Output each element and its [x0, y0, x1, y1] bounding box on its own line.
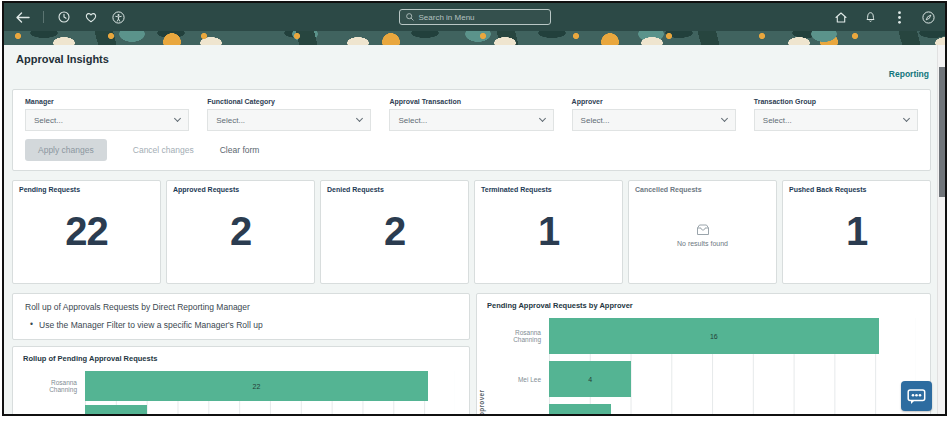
- kpi-pushed-back-requests[interactable]: Pushed Back Requests 1: [782, 180, 931, 284]
- rollup-info-bullet: Use the Manager Filter to view a specifi…: [25, 320, 457, 330]
- filter-grid: Manager Select... Functional Category Se…: [25, 98, 918, 131]
- select-value: Select...: [34, 116, 63, 125]
- bar[interactable]: 3: [549, 404, 611, 414]
- chart-row: Rosanna Channing16: [487, 318, 920, 354]
- category-label: Rosanna Channing: [487, 329, 549, 343]
- kpi-label: Terminated Requests: [481, 186, 616, 193]
- select-value: Select...: [581, 116, 610, 125]
- recent-history-icon[interactable]: [57, 10, 71, 24]
- scrollbar-thumb[interactable]: [939, 67, 945, 197]
- navbar-compass-icon[interactable]: [921, 10, 935, 24]
- page-content: Approval Insights Reporting Manager Sele…: [4, 45, 945, 414]
- chevron-down-icon: [356, 115, 363, 122]
- bar-area: 4: [85, 405, 459, 414]
- bar[interactable]: 4: [549, 361, 631, 397]
- filter-buttons: Apply changes Cancel changes Clear form: [25, 139, 918, 161]
- rollup-info-text: Roll up of Approvals Requests by Direct …: [25, 302, 457, 312]
- y-axis-label: Approver: [478, 390, 485, 414]
- filter-label: Manager: [25, 98, 189, 105]
- reporting-link[interactable]: Reporting: [889, 69, 929, 79]
- rollup-pending-chart: Rosanna Channing22Mei Lee4: [23, 371, 459, 414]
- chart-row: Mei Lee4: [487, 361, 920, 397]
- divider: [43, 11, 44, 23]
- chart-title: Pending Approval Requests by Approver: [487, 301, 920, 310]
- filter-label: Approver: [572, 98, 736, 105]
- kpi-cancelled-requests[interactable]: Cancelled Requests No results found: [628, 180, 777, 284]
- favorites-heart-icon[interactable]: [84, 10, 98, 24]
- pending-by-approver-chart: Rosanna Channing16Mei Lee4John Patterson…: [487, 318, 920, 414]
- filter-label: Transaction Group: [754, 98, 918, 105]
- kpi-denied-requests[interactable]: Denied Requests 2: [320, 180, 469, 284]
- approver-select[interactable]: Select...: [572, 109, 736, 131]
- chart-row: Mei Lee4: [23, 405, 459, 414]
- chevron-down-icon: [539, 115, 546, 122]
- bar-value-label: 16: [710, 333, 718, 340]
- actions-kebab-icon[interactable]: [892, 10, 906, 24]
- kpi-pending-requests[interactable]: Pending Requests 22: [12, 180, 161, 284]
- chart-row: Rosanna Channing22: [23, 371, 459, 401]
- bottom-section: Roll up of Approvals Requests by Direct …: [12, 293, 931, 414]
- kpi-approved-requests[interactable]: Approved Requests 2: [166, 180, 315, 284]
- filter-approval-transaction: Approval Transaction Select...: [389, 98, 553, 131]
- bar[interactable]: 22: [85, 371, 428, 401]
- chevron-down-icon: [903, 115, 910, 122]
- app-window: Search in Menu Approval Insights Reporti…: [2, 1, 947, 416]
- bar-value-label: 4: [588, 376, 592, 383]
- decorative-banner: [4, 31, 945, 45]
- bar[interactable]: 16: [549, 318, 879, 354]
- transaction-group-select[interactable]: Select...: [754, 109, 918, 131]
- page-title: Approval Insights: [12, 51, 931, 65]
- filter-label: Approval Transaction: [389, 98, 553, 105]
- home-icon[interactable]: [834, 10, 848, 24]
- empty-state: No results found: [635, 193, 770, 278]
- chevron-down-icon: [174, 115, 181, 122]
- kpi-terminated-requests[interactable]: Terminated Requests 1: [474, 180, 623, 284]
- notifications-bell-icon[interactable]: [863, 10, 877, 24]
- kpi-label: Approved Requests: [173, 186, 308, 193]
- back-icon[interactable]: [16, 10, 30, 24]
- bar-area: 4: [549, 361, 920, 397]
- bar-value-label: 22: [253, 383, 261, 390]
- no-results-icon: [696, 224, 710, 236]
- cancel-changes-button[interactable]: Cancel changes: [133, 145, 194, 155]
- left-column: Roll up of Approvals Requests by Direct …: [12, 293, 470, 414]
- rollup-info-card: Roll up of Approvals Requests by Direct …: [12, 293, 470, 340]
- filter-label: Functional Category: [207, 98, 371, 105]
- right-column: Pending Approval Requests by Approver Ap…: [476, 293, 931, 414]
- kpi-value: 22: [19, 193, 154, 278]
- clear-form-button[interactable]: Clear form: [220, 145, 260, 155]
- kpi-label: Denied Requests: [327, 186, 462, 193]
- search-placeholder: Search in Menu: [419, 13, 475, 22]
- filter-transaction-group: Transaction Group Select...: [754, 98, 918, 131]
- filter-manager: Manager Select...: [25, 98, 189, 131]
- apply-changes-button[interactable]: Apply changes: [25, 139, 107, 161]
- top-bar-right-icons: [834, 10, 935, 24]
- functional-category-select[interactable]: Select...: [207, 109, 371, 131]
- bar[interactable]: 4: [85, 405, 147, 414]
- no-results-text: No results found: [677, 240, 728, 247]
- filters-card: Manager Select... Functional Category Se…: [12, 89, 931, 171]
- filter-approver: Approver Select...: [572, 98, 736, 131]
- approval-transaction-select[interactable]: Select...: [389, 109, 553, 131]
- global-search-input[interactable]: Search in Menu: [399, 9, 551, 25]
- kpi-value: 1: [481, 193, 616, 278]
- bar-area: 22: [85, 371, 459, 401]
- category-label: Rosanna Channing: [23, 379, 85, 393]
- kpi-value: 1: [789, 193, 924, 278]
- kpi-value: 2: [327, 193, 462, 278]
- kpi-grid: Pending Requests 22 Approved Requests 2 …: [12, 180, 931, 284]
- vertical-scrollbar[interactable]: [937, 45, 945, 414]
- bar-area: 16: [549, 318, 920, 354]
- bar-area: 3: [549, 404, 920, 414]
- select-value: Select...: [398, 116, 427, 125]
- reporting-row: Reporting: [12, 65, 931, 83]
- chart-title: Rollup of Pending Approval Requests: [23, 354, 459, 363]
- category-label: Mei Lee: [487, 376, 549, 383]
- manager-select[interactable]: Select...: [25, 109, 189, 131]
- kpi-value: 2: [173, 193, 308, 278]
- chevron-down-icon: [721, 115, 728, 122]
- kpi-label: Pending Requests: [19, 186, 154, 193]
- kpi-label: Cancelled Requests: [635, 186, 770, 193]
- accessibility-icon[interactable]: [111, 10, 125, 24]
- kpi-label: Pushed Back Requests: [789, 186, 924, 193]
